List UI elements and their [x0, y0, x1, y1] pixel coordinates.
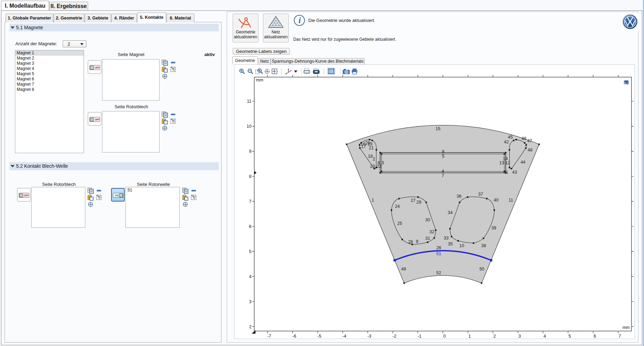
svg-text:i: i	[298, 16, 301, 25]
